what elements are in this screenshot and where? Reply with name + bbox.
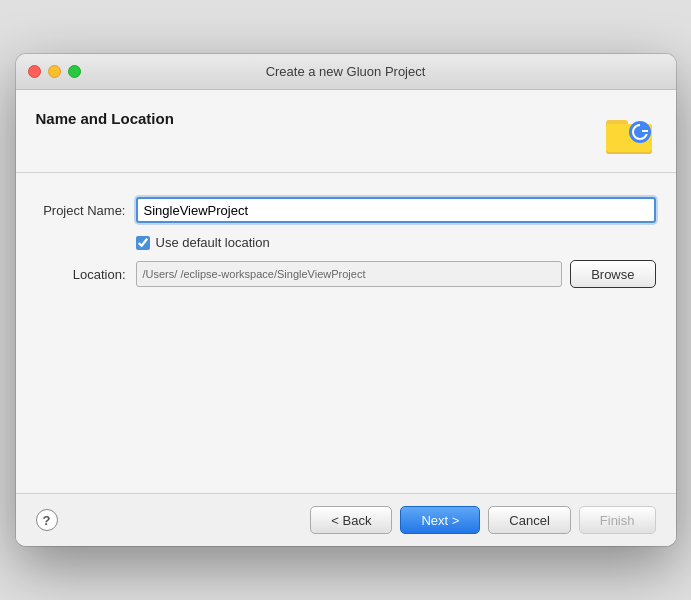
dialog-window: Create a new Gluon Project Name and Loca…: [16, 54, 676, 546]
footer-left: ?: [36, 509, 58, 531]
footer-section: ? < Back Next > Cancel Finish: [16, 493, 676, 546]
location-label: Location:: [36, 267, 136, 282]
minimize-button[interactable]: [48, 65, 61, 78]
page-title: Name and Location: [36, 110, 174, 127]
back-button[interactable]: < Back: [310, 506, 392, 534]
finish-button[interactable]: Finish: [579, 506, 656, 534]
titlebar: Create a new Gluon Project: [16, 54, 676, 90]
browse-button[interactable]: Browse: [570, 260, 655, 288]
window-title: Create a new Gluon Project: [266, 64, 426, 79]
location-path: /Users/ /eclipse-workspace/SingleViewPro…: [136, 261, 563, 287]
next-button[interactable]: Next >: [400, 506, 480, 534]
svg-rect-6: [642, 132, 648, 134]
project-name-label: Project Name:: [36, 203, 136, 218]
help-button[interactable]: ?: [36, 509, 58, 531]
use-default-location-row: Use default location: [136, 235, 656, 250]
footer-right: < Back Next > Cancel Finish: [310, 506, 655, 534]
cancel-button[interactable]: Cancel: [488, 506, 570, 534]
content-section: Project Name: Use default location Locat…: [16, 173, 676, 493]
use-default-location-checkbox[interactable]: [136, 236, 150, 250]
maximize-button[interactable]: [68, 65, 81, 78]
header-section: Name and Location: [16, 90, 676, 173]
location-row: Location: /Users/ /eclipse-workspace/Sin…: [36, 260, 656, 288]
dialog-body: Name and Location Project Name:: [16, 90, 676, 546]
gluon-icon: [604, 106, 656, 158]
close-button[interactable]: [28, 65, 41, 78]
project-name-input[interactable]: [136, 197, 656, 223]
use-default-location-label: Use default location: [156, 235, 270, 250]
project-name-row: Project Name:: [36, 197, 656, 223]
titlebar-controls: [28, 65, 81, 78]
